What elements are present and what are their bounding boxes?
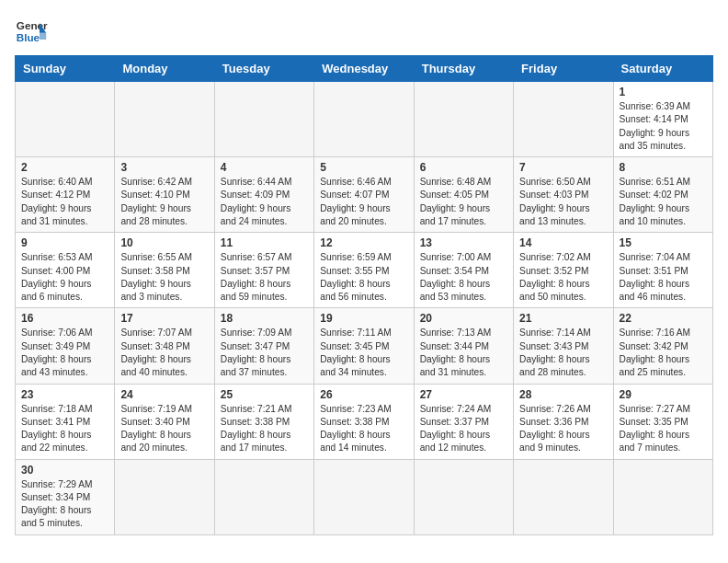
day-number: 15 (620, 236, 707, 249)
calendar-cell (314, 459, 414, 534)
calendar-cell: 11Sunrise: 6:57 AM Sunset: 3:57 PM Dayli… (214, 233, 313, 308)
day-info: Sunrise: 7:13 AM Sunset: 3:44 PM Dayligh… (420, 327, 507, 379)
day-info: Sunrise: 6:50 AM Sunset: 4:03 PM Dayligh… (519, 176, 607, 228)
day-info: Sunrise: 7:23 AM Sunset: 3:38 PM Dayligh… (320, 403, 407, 455)
day-number: 10 (120, 236, 208, 249)
day-info: Sunrise: 7:24 AM Sunset: 3:37 PM Dayligh… (420, 403, 507, 455)
day-info: Sunrise: 7:04 AM Sunset: 3:51 PM Dayligh… (620, 251, 707, 304)
day-info: Sunrise: 7:00 AM Sunset: 3:54 PM Dayligh… (420, 251, 507, 304)
svg-text:Blue: Blue (17, 31, 40, 43)
day-number: 24 (120, 388, 208, 401)
calendar-cell (214, 82, 313, 157)
calendar-cell: 26Sunrise: 7:23 AM Sunset: 3:38 PM Dayli… (314, 384, 414, 459)
calendar-week-1: 2Sunrise: 6:40 AM Sunset: 4:12 PM Daylig… (16, 157, 713, 233)
calendar-week-0: 1Sunrise: 6:39 AM Sunset: 4:14 PM Daylig… (16, 82, 713, 157)
calendar-cell: 16Sunrise: 7:06 AM Sunset: 3:49 PM Dayli… (16, 308, 115, 384)
day-number: 3 (120, 161, 208, 174)
calendar-week-4: 23Sunrise: 7:18 AM Sunset: 3:41 PM Dayli… (16, 384, 713, 459)
calendar-cell: 21Sunrise: 7:14 AM Sunset: 3:43 PM Dayli… (514, 308, 613, 384)
day-number: 6 (420, 161, 507, 174)
calendar-cell (613, 459, 712, 534)
calendar-cell: 29Sunrise: 7:27 AM Sunset: 3:35 PM Dayli… (613, 384, 712, 459)
day-info: Sunrise: 6:55 AM Sunset: 3:58 PM Dayligh… (120, 251, 208, 304)
day-number: 14 (519, 236, 607, 249)
day-number: 4 (221, 161, 308, 174)
day-info: Sunrise: 7:07 AM Sunset: 3:48 PM Dayligh… (120, 327, 208, 379)
day-number: 7 (519, 161, 607, 174)
day-number: 29 (620, 388, 707, 401)
day-info: Sunrise: 7:29 AM Sunset: 3:34 PM Dayligh… (21, 478, 108, 531)
day-info: Sunrise: 6:51 AM Sunset: 4:02 PM Dayligh… (620, 176, 707, 228)
day-number: 17 (120, 312, 208, 325)
calendar-cell: 24Sunrise: 7:19 AM Sunset: 3:40 PM Dayli… (115, 384, 214, 459)
day-info: Sunrise: 6:57 AM Sunset: 3:57 PM Dayligh… (221, 251, 308, 304)
day-header-thursday: Thursday (414, 56, 513, 82)
day-info: Sunrise: 7:18 AM Sunset: 3:41 PM Dayligh… (21, 403, 108, 455)
day-header-friday: Friday (514, 56, 613, 82)
day-info: Sunrise: 6:42 AM Sunset: 4:10 PM Dayligh… (120, 176, 208, 228)
calendar-cell (115, 459, 214, 534)
calendar-cell: 1Sunrise: 6:39 AM Sunset: 4:14 PM Daylig… (613, 82, 712, 157)
calendar-week-2: 9Sunrise: 6:53 AM Sunset: 4:00 PM Daylig… (16, 233, 713, 308)
calendar-cell: 27Sunrise: 7:24 AM Sunset: 3:37 PM Dayli… (414, 384, 513, 459)
day-number: 20 (420, 312, 507, 325)
day-number: 13 (420, 236, 507, 249)
calendar-cell: 28Sunrise: 7:26 AM Sunset: 3:36 PM Dayli… (514, 384, 613, 459)
day-info: Sunrise: 7:02 AM Sunset: 3:52 PM Dayligh… (519, 251, 607, 304)
day-info: Sunrise: 6:40 AM Sunset: 4:12 PM Dayligh… (21, 176, 108, 228)
calendar-cell: 12Sunrise: 6:59 AM Sunset: 3:55 PM Dayli… (314, 233, 414, 308)
calendar-cell: 14Sunrise: 7:02 AM Sunset: 3:52 PM Dayli… (514, 233, 613, 308)
day-info: Sunrise: 7:11 AM Sunset: 3:45 PM Dayligh… (320, 327, 407, 379)
day-header-wednesday: Wednesday (314, 56, 414, 82)
calendar-cell: 2Sunrise: 6:40 AM Sunset: 4:12 PM Daylig… (16, 157, 115, 233)
day-number: 8 (620, 161, 707, 174)
day-number: 16 (21, 312, 108, 325)
calendar-cell: 13Sunrise: 7:00 AM Sunset: 3:54 PM Dayli… (414, 233, 513, 308)
day-number: 30 (21, 464, 108, 477)
day-info: Sunrise: 7:26 AM Sunset: 3:36 PM Dayligh… (519, 403, 607, 455)
calendar-cell (514, 459, 613, 534)
day-info: Sunrise: 7:16 AM Sunset: 3:42 PM Dayligh… (620, 327, 707, 379)
day-number: 12 (320, 236, 407, 249)
day-info: Sunrise: 6:48 AM Sunset: 4:05 PM Dayligh… (420, 176, 507, 228)
calendar-cell: 25Sunrise: 7:21 AM Sunset: 3:38 PM Dayli… (214, 384, 313, 459)
day-number: 18 (221, 312, 308, 325)
calendar-cell: 9Sunrise: 6:53 AM Sunset: 4:00 PM Daylig… (16, 233, 115, 308)
calendar-cell (414, 459, 513, 534)
day-info: Sunrise: 6:44 AM Sunset: 4:09 PM Dayligh… (221, 176, 308, 228)
day-info: Sunrise: 7:27 AM Sunset: 3:35 PM Dayligh… (620, 403, 707, 455)
day-number: 21 (519, 312, 607, 325)
day-info: Sunrise: 6:46 AM Sunset: 4:07 PM Dayligh… (320, 176, 407, 228)
calendar: SundayMondayTuesdayWednesdayThursdayFrid… (15, 55, 713, 535)
day-number: 23 (21, 388, 108, 401)
calendar-cell (514, 82, 613, 157)
calendar-cell: 30Sunrise: 7:29 AM Sunset: 3:34 PM Dayli… (16, 459, 115, 534)
calendar-cell: 23Sunrise: 7:18 AM Sunset: 3:41 PM Dayli… (16, 384, 115, 459)
header: General Blue (15, 15, 713, 48)
calendar-cell: 15Sunrise: 7:04 AM Sunset: 3:51 PM Dayli… (613, 233, 712, 308)
day-header-monday: Monday (115, 56, 214, 82)
calendar-cell: 10Sunrise: 6:55 AM Sunset: 3:58 PM Dayli… (115, 233, 214, 308)
calendar-cell: 17Sunrise: 7:07 AM Sunset: 3:48 PM Dayli… (115, 308, 214, 384)
calendar-cell: 18Sunrise: 7:09 AM Sunset: 3:47 PM Dayli… (214, 308, 313, 384)
day-number: 2 (21, 161, 108, 174)
calendar-cell (414, 82, 513, 157)
day-info: Sunrise: 7:09 AM Sunset: 3:47 PM Dayligh… (221, 327, 308, 379)
calendar-cell: 5Sunrise: 6:46 AM Sunset: 4:07 PM Daylig… (314, 157, 414, 233)
calendar-cell (16, 82, 115, 157)
day-header-tuesday: Tuesday (214, 56, 313, 82)
day-number: 22 (620, 312, 707, 325)
day-info: Sunrise: 6:39 AM Sunset: 4:14 PM Dayligh… (620, 100, 707, 153)
day-info: Sunrise: 7:06 AM Sunset: 3:49 PM Dayligh… (21, 327, 108, 379)
day-number: 25 (221, 388, 308, 401)
logo: General Blue (15, 15, 48, 48)
day-info: Sunrise: 7:14 AM Sunset: 3:43 PM Dayligh… (519, 327, 607, 379)
calendar-week-5: 30Sunrise: 7:29 AM Sunset: 3:34 PM Dayli… (16, 459, 713, 534)
day-number: 5 (320, 161, 407, 174)
calendar-cell: 4Sunrise: 6:44 AM Sunset: 4:09 PM Daylig… (214, 157, 313, 233)
day-number: 19 (320, 312, 407, 325)
calendar-cell (314, 82, 414, 157)
calendar-cell (214, 459, 313, 534)
calendar-cell: 7Sunrise: 6:50 AM Sunset: 4:03 PM Daylig… (514, 157, 613, 233)
day-number: 27 (420, 388, 507, 401)
